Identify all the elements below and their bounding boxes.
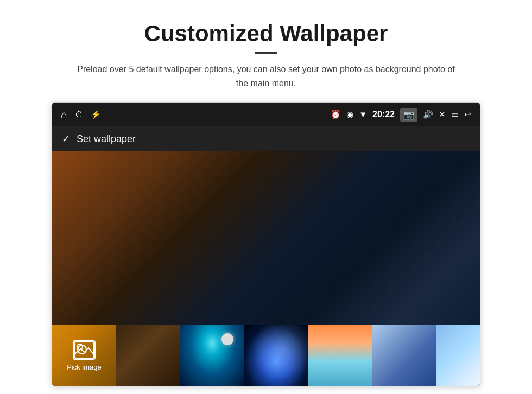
wallpaper-thumb-4[interactable]	[244, 325, 308, 386]
pick-image-thumb[interactable]: Pick image	[52, 325, 116, 386]
pick-label: Pick image	[67, 363, 102, 371]
title-divider	[255, 52, 277, 54]
usb-icon: ⚡	[91, 110, 101, 119]
svg-point-1	[77, 344, 83, 349]
subtitle: Preload over 5 default wallpaper options…	[76, 62, 456, 90]
status-bar: ⌂ ⏱ ⚡ ⏰ ◉ ▼ 20:22 📷 🔊 ✕ ▭ ↩	[52, 103, 480, 126]
wallpaper-thumb-5[interactable]	[308, 325, 372, 386]
clock-icon: ⏱	[75, 110, 83, 119]
app-bar: ✓ Set wallpaper	[52, 126, 480, 151]
close-icon[interactable]: ✕	[439, 110, 446, 119]
back-icon[interactable]: ↩	[464, 110, 471, 119]
window-icon[interactable]: ▭	[451, 110, 459, 119]
home-icon[interactable]: ⌂	[61, 109, 67, 121]
camera-icon[interactable]: 📷	[400, 108, 417, 122]
check-icon[interactable]: ✓	[62, 133, 70, 145]
set-wallpaper-label: Set wallpaper	[77, 134, 136, 145]
wallpaper-thumb-3[interactable]	[180, 325, 244, 386]
location-icon: ◉	[346, 110, 353, 119]
pick-image-icon	[73, 340, 96, 360]
device-screen: ⌂ ⏱ ⚡ ⏰ ◉ ▼ 20:22 📷 🔊 ✕ ▭ ↩ ✓ Set wallpa…	[52, 102, 480, 386]
wallpaper-thumb-7[interactable]	[436, 325, 480, 386]
volume-icon[interactable]: 🔊	[423, 110, 433, 119]
wallpaper-thumb-2[interactable]	[116, 325, 180, 386]
thumbnail-strip: Pick image	[52, 325, 480, 386]
page-title: Customized Wallpaper	[144, 21, 388, 47]
wallpaper-thumb-6[interactable]	[372, 325, 436, 386]
status-right: ⏰ ◉ ▼ 20:22 📷 🔊 ✕ ▭ ↩	[331, 108, 471, 122]
time-display: 20:22	[372, 110, 395, 119]
wallpaper-preview	[52, 151, 480, 325]
alarm-icon: ⏰	[331, 110, 341, 119]
status-left: ⌂ ⏱ ⚡	[61, 109, 101, 121]
wifi-icon: ▼	[359, 110, 367, 119]
